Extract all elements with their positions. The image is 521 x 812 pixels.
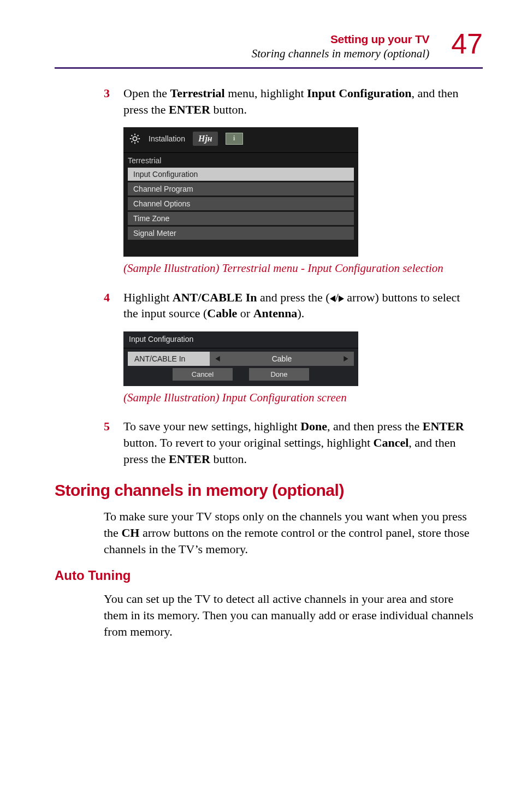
screenshot-section-label: Terrestrial xyxy=(123,153,358,166)
text: Open the xyxy=(123,86,170,100)
paragraph-1: To make sure your TV stops only on the c… xyxy=(104,508,477,557)
heading-auto-tuning: Auto Tuning xyxy=(55,568,483,583)
gear-icon xyxy=(129,133,141,145)
menu-row-input-configuration: Input Configuration xyxy=(128,168,354,181)
step-body: To save your new settings, highlight Don… xyxy=(123,418,477,467)
text: To save your new settings, highlight xyxy=(123,419,300,433)
text: and press the ( xyxy=(257,291,330,304)
text: Highlight xyxy=(123,291,173,304)
header-text-block: Setting up your TV Storing channels in m… xyxy=(252,33,429,61)
tab-info-icon xyxy=(226,133,243,145)
step-4: 4 Highlight ANT/CABLE In and press the (… xyxy=(104,289,477,322)
term-terrestrial: Terrestrial xyxy=(170,86,225,100)
text: ). xyxy=(297,306,304,320)
text: menu, highlight xyxy=(225,86,307,100)
term-done: Done xyxy=(300,419,327,433)
step-number: 5 xyxy=(104,418,111,467)
cancel-btn-graphic: Cancel xyxy=(173,368,233,381)
text: button. xyxy=(210,103,247,116)
section-title: Setting up your TV xyxy=(252,33,429,46)
step-number: 4 xyxy=(104,289,111,322)
term-cable: Cable xyxy=(207,306,237,320)
text: button. xyxy=(210,452,247,466)
svg-marker-3 xyxy=(215,356,220,361)
screenshot-row: ANT/CABLE In Cable xyxy=(128,352,354,366)
paragraph-2: You can set up the TV to detect all acti… xyxy=(104,591,477,639)
triangle-left-icon xyxy=(215,356,220,361)
term-antenna: Antenna xyxy=(253,306,298,320)
term-ant-cable-in: ANT/CABLE In xyxy=(173,291,257,304)
screenshot-title: Input Configuration xyxy=(123,331,358,348)
screenshot-terrestrial-menu: Installation Hjн Terrestrial Input Confi… xyxy=(123,127,358,257)
svg-marker-4 xyxy=(344,356,348,361)
tab-installation-label: Installation xyxy=(149,134,185,143)
triangle-right-icon xyxy=(344,356,348,361)
term-enter: ENTER xyxy=(169,103,210,116)
row-select: Cable xyxy=(210,352,354,366)
tab-hh: Hjн xyxy=(193,132,218,146)
svg-marker-1 xyxy=(330,295,335,302)
term-enter: ENTER xyxy=(423,419,464,433)
done-btn-graphic: Done xyxy=(249,368,309,381)
text: button. To revert to your original setti… xyxy=(123,436,374,449)
row-label: ANT/CABLE In xyxy=(128,352,210,366)
term-ch: CH xyxy=(121,526,139,540)
term-input-configuration: Input Configuration xyxy=(307,86,411,100)
term-enter: ENTER xyxy=(169,452,210,466)
svg-marker-2 xyxy=(339,295,344,302)
row-value: Cable xyxy=(210,354,354,363)
screenshot-padding xyxy=(123,241,358,257)
section-subtitle: Storing channels in memory (optional) xyxy=(252,47,429,61)
header-divider xyxy=(55,67,483,69)
text: arrow buttons on the remote control or t… xyxy=(104,526,470,556)
step-body: Open the Terrestrial menu, highlight Inp… xyxy=(123,85,477,117)
page-number: 47 xyxy=(451,29,483,58)
page-header: Setting up your TV Storing channels in m… xyxy=(55,33,483,61)
menu-row-channel-options: Channel Options xyxy=(128,197,354,210)
term-cancel: Cancel xyxy=(374,436,409,449)
text: or xyxy=(237,306,253,320)
caption-1: (Sample Illustration) Terrestrial menu -… xyxy=(123,261,477,276)
step-body: Highlight ANT/CABLE In and press the (/ … xyxy=(123,289,477,322)
text: , and then press the xyxy=(327,419,423,433)
right-arrow-icon xyxy=(339,291,344,304)
caption-2: (Sample Illustration) Input Configuratio… xyxy=(123,390,477,405)
screenshot-buttons: Cancel Done xyxy=(128,368,354,381)
screenshot-tab-bar: Installation Hjн xyxy=(123,127,358,153)
step-number: 3 xyxy=(104,85,111,117)
menu-row-signal-meter: Signal Meter xyxy=(128,227,354,240)
step-3: 3 Open the Terrestrial menu, highlight I… xyxy=(104,85,477,467)
svg-point-0 xyxy=(133,137,137,141)
menu-row-channel-program: Channel Program xyxy=(128,182,354,195)
heading-storing-channels: Storing channels in memory (optional) xyxy=(55,481,483,500)
left-arrow-icon xyxy=(330,291,335,304)
screenshot-input-configuration: Input Configuration ANT/CABLE In Cable C… xyxy=(123,331,358,386)
menu-row-time-zone: Time Zone xyxy=(128,212,354,225)
step-5: 5 To save your new settings, highlight D… xyxy=(104,418,477,467)
page: Setting up your TV Storing channels in m… xyxy=(0,0,521,812)
